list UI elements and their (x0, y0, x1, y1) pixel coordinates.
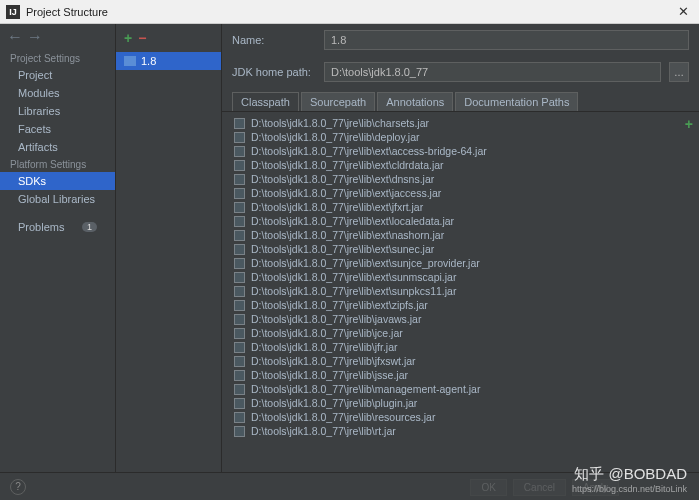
sidebar-item-sdks[interactable]: SDKs (0, 172, 115, 190)
jar-icon (234, 244, 245, 255)
classpath-path: D:\tools\jdk1.8.0_77\jre\lib\jce.jar (251, 327, 403, 339)
classpath-path: D:\tools\jdk1.8.0_77\jre\lib\ext\cldrdat… (251, 159, 444, 171)
classpath-path: D:\tools\jdk1.8.0_77\jre\lib\ext\sunpkcs… (251, 285, 456, 297)
tab-annotations[interactable]: Annotations (377, 92, 453, 111)
problems-badge: 1 (82, 222, 97, 232)
jar-icon (234, 370, 245, 381)
classpath-entry[interactable]: D:\tools\jdk1.8.0_77\jre\lib\jsse.jar (222, 368, 699, 382)
jar-icon (234, 216, 245, 227)
close-icon[interactable]: ✕ (674, 4, 693, 19)
classpath-entry[interactable]: D:\tools\jdk1.8.0_77\jre\lib\ext\localed… (222, 214, 699, 228)
classpath-entry[interactable]: D:\tools\jdk1.8.0_77\jre\lib\ext\nashorn… (222, 228, 699, 242)
titlebar: IJ Project Structure ✕ (0, 0, 699, 24)
classpath-path: D:\tools\jdk1.8.0_77\jre\lib\plugin.jar (251, 397, 417, 409)
jar-icon (234, 202, 245, 213)
classpath-path: D:\tools\jdk1.8.0_77\jre\lib\ext\sunec.j… (251, 243, 434, 255)
jar-icon (234, 258, 245, 269)
sidebar-item-libraries[interactable]: Libraries (0, 102, 115, 120)
classpath-path: D:\tools\jdk1.8.0_77\jre\lib\ext\localed… (251, 215, 454, 227)
add-sdk-icon[interactable]: + (124, 30, 132, 46)
jar-icon (234, 328, 245, 339)
classpath-entry[interactable]: D:\tools\jdk1.8.0_77\jre\lib\deploy.jar (222, 130, 699, 144)
watermark: 知乎 @BOBDAD https://blog.csdn.net/BitoLin… (572, 465, 687, 494)
classpath-entry[interactable]: D:\tools\jdk1.8.0_77\jre\lib\jce.jar (222, 326, 699, 340)
classpath-path: D:\tools\jdk1.8.0_77\jre\lib\resources.j… (251, 411, 435, 423)
classpath-entry[interactable]: D:\tools\jdk1.8.0_77\jre\lib\jfxswt.jar (222, 354, 699, 368)
sidebar-item-problems[interactable]: Problems 1 (0, 218, 115, 236)
sidebar-item-modules[interactable]: Modules (0, 84, 115, 102)
sidebar-item-project[interactable]: Project (0, 66, 115, 84)
jar-icon (234, 286, 245, 297)
classpath-entry[interactable]: D:\tools\jdk1.8.0_77\jre\lib\ext\access-… (222, 144, 699, 158)
folder-icon (124, 56, 136, 66)
classpath-entry[interactable]: D:\tools\jdk1.8.0_77\jre\lib\plugin.jar (222, 396, 699, 410)
jar-icon (234, 188, 245, 199)
help-icon[interactable]: ? (10, 479, 26, 495)
classpath-entry[interactable]: D:\tools\jdk1.8.0_77\jre\lib\jfr.jar (222, 340, 699, 354)
sidebar-section-project: Project Settings (0, 50, 115, 66)
jar-icon (234, 314, 245, 325)
classpath-path: D:\tools\jdk1.8.0_77\jre\lib\ext\sunmsca… (251, 271, 456, 283)
sdk-list-column: + − 1.8 (116, 24, 222, 472)
sdk-tabs: ClasspathSourcepathAnnotationsDocumentat… (222, 88, 699, 112)
classpath-entry[interactable]: D:\tools\jdk1.8.0_77\jre\lib\ext\cldrdat… (222, 158, 699, 172)
classpath-entry[interactable]: D:\tools\jdk1.8.0_77\jre\lib\rt.jar (222, 424, 699, 438)
window-title: Project Structure (26, 6, 674, 18)
sdk-list-item[interactable]: 1.8 (116, 52, 221, 70)
jar-icon (234, 342, 245, 353)
sidebar-item-global-libraries[interactable]: Global Libraries (0, 190, 115, 208)
cancel-button[interactable]: Cancel (513, 479, 566, 496)
classpath-entry[interactable]: D:\tools\jdk1.8.0_77\jre\lib\ext\sunpkcs… (222, 284, 699, 298)
classpath-path: D:\tools\jdk1.8.0_77\jre\lib\jfr.jar (251, 341, 398, 353)
classpath-entry[interactable]: D:\tools\jdk1.8.0_77\jre\lib\ext\zipfs.j… (222, 298, 699, 312)
jar-icon (234, 174, 245, 185)
classpath-path: D:\tools\jdk1.8.0_77\jre\lib\charsets.ja… (251, 117, 429, 129)
classpath-path: D:\tools\jdk1.8.0_77\jre\lib\deploy.jar (251, 131, 419, 143)
sidebar-item-artifacts[interactable]: Artifacts (0, 138, 115, 156)
jar-icon (234, 356, 245, 367)
classpath-path: D:\tools\jdk1.8.0_77\jre\lib\ext\dnsns.j… (251, 173, 434, 185)
ok-button[interactable]: OK (470, 479, 506, 496)
classpath-entry[interactable]: D:\tools\jdk1.8.0_77\jre\lib\ext\sunmsca… (222, 270, 699, 284)
tab-classpath[interactable]: Classpath (232, 92, 299, 111)
classpath-path: D:\tools\jdk1.8.0_77\jre\lib\ext\access-… (251, 145, 487, 157)
jar-icon (234, 384, 245, 395)
jar-icon (234, 272, 245, 283)
classpath-entry[interactable]: D:\tools\jdk1.8.0_77\jre\lib\ext\sunjce_… (222, 256, 699, 270)
classpath-entry[interactable]: D:\tools\jdk1.8.0_77\jre\lib\ext\jaccess… (222, 186, 699, 200)
classpath-entry[interactable]: D:\tools\jdk1.8.0_77\jre\lib\ext\sunec.j… (222, 242, 699, 256)
classpath-entry[interactable]: D:\tools\jdk1.8.0_77\jre\lib\management-… (222, 382, 699, 396)
sdk-detail-pane: Name: JDK home path: … ClasspathSourcepa… (222, 24, 699, 472)
classpath-entry[interactable]: D:\tools\jdk1.8.0_77\jre\lib\charsets.ja… (222, 116, 699, 130)
jar-icon (234, 132, 245, 143)
sdk-name-input[interactable] (324, 30, 689, 50)
jar-icon (234, 118, 245, 129)
remove-sdk-icon[interactable]: − (138, 30, 146, 46)
sidebar-item-facets[interactable]: Facets (0, 120, 115, 138)
add-classpath-icon[interactable]: + (685, 116, 693, 132)
classpath-entry[interactable]: D:\tools\jdk1.8.0_77\jre\lib\ext\dnsns.j… (222, 172, 699, 186)
jar-icon (234, 230, 245, 241)
forward-icon[interactable]: → (28, 30, 42, 44)
tab-sourcepath[interactable]: Sourcepath (301, 92, 375, 111)
classpath-path: D:\tools\jdk1.8.0_77\jre\lib\ext\sunjce_… (251, 257, 480, 269)
jdk-home-path-input[interactable] (324, 62, 661, 82)
classpath-path: D:\tools\jdk1.8.0_77\jre\lib\ext\nashorn… (251, 229, 444, 241)
classpath-entry[interactable]: D:\tools\jdk1.8.0_77\jre\lib\javaws.jar (222, 312, 699, 326)
classpath-path: D:\tools\jdk1.8.0_77\jre\lib\javaws.jar (251, 313, 421, 325)
home-path-label: JDK home path: (232, 66, 316, 78)
sidebar-problems-label: Problems (18, 221, 64, 233)
settings-sidebar: ← → Project Settings ProjectModulesLibra… (0, 24, 116, 472)
sidebar-section-platform: Platform Settings (0, 156, 115, 172)
back-icon[interactable]: ← (8, 30, 22, 44)
classpath-list[interactable]: + D:\tools\jdk1.8.0_77\jre\lib\charsets.… (222, 112, 699, 472)
classpath-entry[interactable]: D:\tools\jdk1.8.0_77\jre\lib\ext\jfxrt.j… (222, 200, 699, 214)
name-label: Name: (232, 34, 316, 46)
classpath-entry[interactable]: D:\tools\jdk1.8.0_77\jre\lib\resources.j… (222, 410, 699, 424)
jar-icon (234, 300, 245, 311)
browse-path-button[interactable]: … (669, 62, 689, 82)
tab-documentation-paths[interactable]: Documentation Paths (455, 92, 578, 111)
classpath-path: D:\tools\jdk1.8.0_77\jre\lib\ext\jfxrt.j… (251, 201, 423, 213)
jar-icon (234, 146, 245, 157)
jar-icon (234, 160, 245, 171)
